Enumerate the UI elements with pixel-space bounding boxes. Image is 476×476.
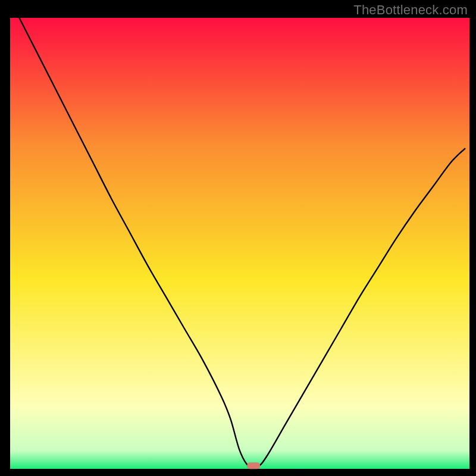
chart-frame: { "watermark": "TheBottleneck.com", "cha… — [0, 0, 476, 476]
watermark-text: TheBottleneck.com — [353, 2, 468, 18]
bottleneck-chart — [0, 0, 476, 476]
plot-background — [10, 18, 469, 469]
optimal-marker — [247, 462, 260, 469]
